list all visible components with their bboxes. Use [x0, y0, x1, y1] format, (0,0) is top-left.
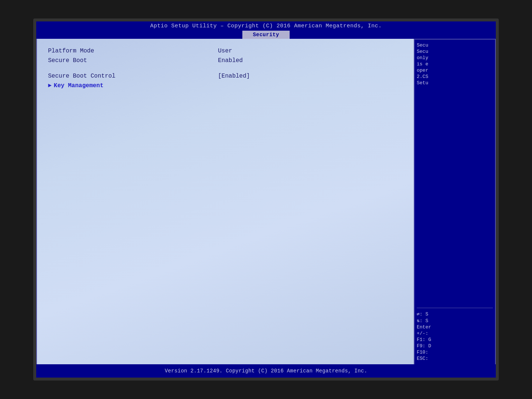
key-line-f1: F1: G: [417, 337, 493, 342]
main-area: Platform Mode User Secure Boot Enabled S…: [36, 39, 496, 364]
secure-boot-control-row[interactable]: Secure Boot Control [Enabled]: [48, 71, 403, 81]
key-line-arrows-ud: ⇅: S: [417, 318, 493, 324]
key-management-label: Key Management: [54, 82, 103, 89]
help-line-2: Secu: [417, 49, 493, 54]
help-divider: [417, 308, 493, 308]
help-line-6: 2.CS: [417, 74, 493, 79]
key-line-f9: F9: D: [417, 343, 493, 349]
key-line-f10: F10:: [417, 349, 493, 355]
secure-boot-control-label: Secure Boot Control: [48, 73, 203, 79]
help-line-4: is e: [417, 61, 493, 67]
footer-text: Version 2.17.1249. Copyright (C) 2016 Am…: [165, 368, 367, 374]
arrow-right-icon: ►: [48, 82, 52, 89]
platform-mode-label: Platform Mode: [48, 48, 203, 54]
key-line-esc: ESC:: [417, 356, 493, 361]
tab-security[interactable]: Security: [242, 31, 289, 39]
title-text: Aptio Setup Utility – Copyright (C) 2016…: [150, 23, 382, 29]
platform-mode-value: User: [218, 48, 232, 54]
title-bar: Aptio Setup Utility – Copyright (C) 2016…: [36, 21, 496, 31]
gap: [48, 65, 403, 71]
key-line-plusminus: +/-:: [417, 331, 493, 336]
help-line-7: Setu: [417, 80, 493, 86]
tab-bar: Security: [36, 31, 496, 39]
key-management-row[interactable]: ► Key Management: [48, 81, 403, 91]
footer-bar: Version 2.17.1249. Copyright (C) 2016 Am…: [36, 364, 496, 378]
bios-screen: Aptio Setup Utility – Copyright (C) 2016…: [33, 18, 499, 381]
help-line-5: oper: [417, 68, 493, 73]
secure-boot-label: Secure Boot: [48, 57, 203, 64]
key-line-arrows-lr: ⇄: S: [417, 311, 493, 317]
key-line-enter: Enter: [417, 324, 493, 330]
help-line-3: only: [417, 55, 493, 61]
platform-mode-row: Platform Mode User: [48, 46, 403, 56]
right-panel: Secu Secu only is e oper 2.CS Setu ⇄: S …: [415, 39, 496, 364]
center-panel: Platform Mode User Secure Boot Enabled S…: [36, 39, 415, 364]
help-line-1: Secu: [417, 42, 493, 48]
secure-boot-control-value: [Enabled]: [218, 73, 250, 79]
help-text-section: Secu Secu only is e oper 2.CS Setu: [417, 42, 493, 305]
secure-boot-value: Enabled: [218, 57, 243, 64]
key-legend: ⇄: S ⇅: S Enter +/-: F1: G F9: D F10: ES…: [417, 311, 493, 361]
secure-boot-row: Secure Boot Enabled: [48, 56, 403, 65]
